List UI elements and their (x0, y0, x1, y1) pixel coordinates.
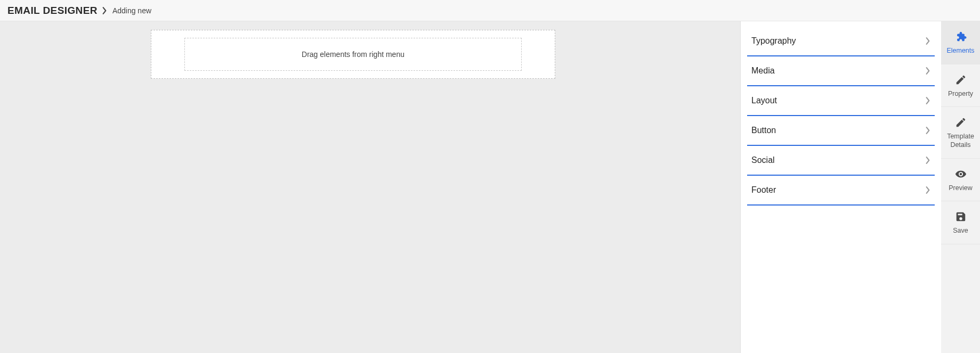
rail-tab-label: Template Details (942, 133, 979, 149)
chevron-right-icon (925, 67, 930, 75)
rail-tab-label: Elements (946, 47, 974, 55)
chevron-right-icon (925, 127, 930, 134)
elements-item-typography[interactable]: Typography (747, 27, 935, 56)
drop-placeholder-text: Drag elements from right menu (302, 50, 404, 59)
right-rail: Elements Property Template Details (941, 21, 980, 353)
elements-item-social[interactable]: Social (747, 146, 935, 176)
rail-tab-label: Property (948, 90, 973, 98)
pencil-icon (955, 117, 967, 128)
pencil-icon (955, 74, 967, 86)
elements-panel: Typography Media Layout Button Social (741, 21, 941, 353)
elements-item-button[interactable]: Button (747, 116, 935, 146)
email-stage[interactable]: Drag elements from right menu (151, 30, 555, 79)
breadcrumb: EMAIL DESIGNER Adding new (0, 0, 980, 21)
canvas-area[interactable]: Drag elements from right menu (0, 21, 741, 353)
rail-tab-label: Preview (949, 184, 972, 193)
puzzle-icon (955, 31, 967, 43)
save-icon (955, 211, 967, 223)
elements-item-label: Layout (751, 96, 777, 105)
chevron-right-icon (925, 186, 930, 194)
chevron-right-icon (102, 7, 107, 14)
elements-item-label: Social (751, 155, 775, 165)
elements-item-media[interactable]: Media (747, 56, 935, 86)
chevron-right-icon (925, 97, 930, 104)
rail-tab-preview[interactable]: Preview (941, 159, 980, 202)
elements-item-label: Button (751, 126, 776, 135)
rail-tab-label: Save (953, 227, 968, 235)
rail-tab-template-details[interactable]: Template Details (941, 107, 980, 158)
elements-item-footer[interactable]: Footer (747, 176, 935, 206)
elements-item-layout[interactable]: Layout (747, 86, 935, 116)
elements-item-label: Media (751, 66, 775, 76)
eye-icon (955, 168, 967, 180)
elements-item-label: Footer (751, 185, 776, 195)
breadcrumb-root[interactable]: EMAIL DESIGNER (7, 5, 98, 17)
elements-item-label: Typography (751, 36, 796, 46)
drop-placeholder[interactable]: Drag elements from right menu (184, 38, 522, 71)
breadcrumb-current: Adding new (112, 6, 151, 15)
rail-tab-save[interactable]: Save (941, 201, 980, 244)
rail-tab-elements[interactable]: Elements (941, 21, 980, 64)
chevron-right-icon (925, 157, 930, 164)
rail-tab-property[interactable]: Property (941, 64, 980, 108)
chevron-right-icon (925, 37, 930, 45)
